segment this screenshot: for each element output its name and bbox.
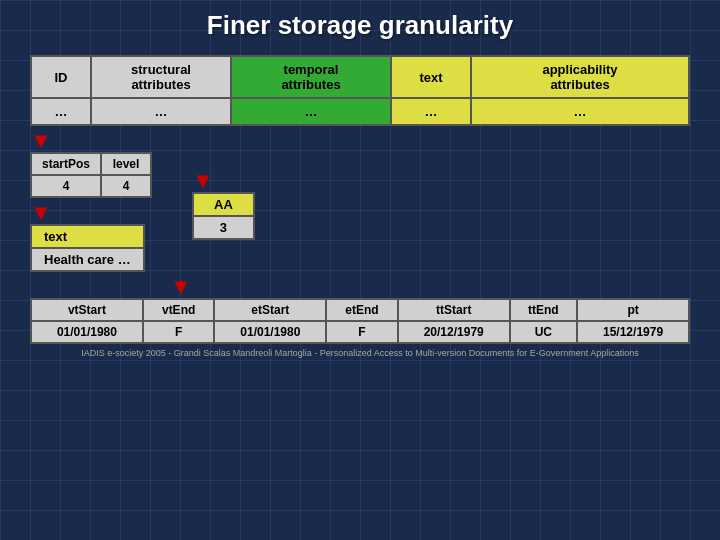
aa-box: AA 3 <box>192 192 255 240</box>
page-title: Finer storage granularity <box>30 10 690 41</box>
ellipsis-structural: … <box>91 98 231 125</box>
arrow-down-3: ▼ <box>192 170 214 192</box>
temporal-sub: attributes <box>281 77 340 92</box>
header-table: ID structural attributes temporal attrib… <box>30 55 690 126</box>
startpos-value: 4 <box>31 175 101 197</box>
val-etstart: 01/01/1980 <box>214 321 326 343</box>
ellipsis-applicability: … <box>471 98 689 125</box>
structural-label: structural <box>131 62 191 77</box>
ellipsis-text: … <box>391 98 471 125</box>
val-ttstart: 20/12/1979 <box>398 321 510 343</box>
col-text: text <box>391 56 471 98</box>
level-value: 4 <box>101 175 151 197</box>
col-ttstart: ttStart <box>398 299 510 321</box>
footer-text: IADIS e-society 2005 - Grandi Scalas Man… <box>30 348 690 358</box>
val-pt: 15/12/1979 <box>577 321 689 343</box>
val-etend: F <box>326 321 398 343</box>
applicability-sub: attributes <box>550 77 609 92</box>
col-vtstart: vtStart <box>31 299 143 321</box>
ellipsis-id: … <box>31 98 91 125</box>
col-applicability: applicability attributes <box>471 56 689 98</box>
col-vtend: vtEnd <box>143 299 215 321</box>
startpos-table: startPos level 4 4 <box>30 152 152 198</box>
arrow-down-2: ▼ <box>30 202 52 224</box>
startpos-header: startPos <box>31 153 101 175</box>
col-etstart: etStart <box>214 299 326 321</box>
text-box-header: text <box>32 226 143 249</box>
level-header: level <box>101 153 151 175</box>
val-ttend: UC <box>510 321 577 343</box>
startpos-section: ▼ startPos level 4 4 ▼ text Health care … <box>30 130 152 276</box>
aa-box-header: AA <box>194 194 253 217</box>
val-vtstart: 01/01/1980 <box>31 321 143 343</box>
structural-sub: attributes <box>131 77 190 92</box>
aa-box-body: 3 <box>194 217 253 238</box>
arrow-down-4: ▼ <box>30 276 690 298</box>
col-temporal: temporal attributes <box>231 56 391 98</box>
temporal-label: temporal <box>284 62 339 77</box>
val-vtend: F <box>143 321 215 343</box>
col-structural: structural attributes <box>91 56 231 98</box>
applicability-label: applicability <box>542 62 617 77</box>
arrow-down-1: ▼ <box>30 130 52 152</box>
col-id: ID <box>31 56 91 98</box>
col-ttend: ttEnd <box>510 299 577 321</box>
col-pt: pt <box>577 299 689 321</box>
aa-section: ▼ AA 3 <box>192 170 255 246</box>
data-table: vtStart vtEnd etStart etEnd ttStart ttEn… <box>30 298 690 344</box>
col-etend: etEnd <box>326 299 398 321</box>
text-box-body: Health care … <box>32 249 143 270</box>
ellipsis-temporal: … <box>231 98 391 125</box>
text-box: text Health care … <box>30 224 145 272</box>
